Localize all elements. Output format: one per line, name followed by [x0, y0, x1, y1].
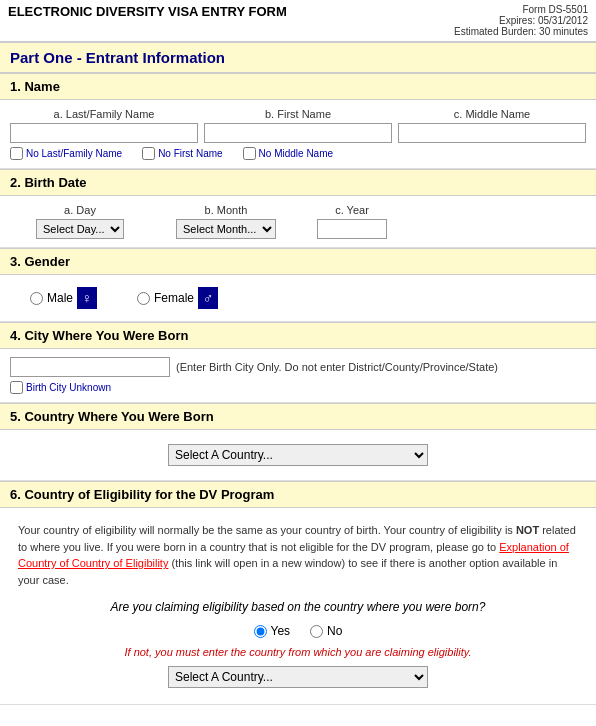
birth-city-note: (Enter Birth City Only. Do not enter Dis…	[176, 361, 498, 373]
no-first-checkbox-label[interactable]: No First Name	[142, 147, 222, 160]
birth-date-row: a. Day Select Day... b. Month Select Mon…	[10, 204, 586, 239]
gender-row: Male ♀ Female ♂	[10, 283, 586, 313]
page-title: ELECTRONIC DIVERSITY VISA ENTRY FORM	[8, 4, 287, 19]
birth-city-row: (Enter Birth City Only. Do not enter Dis…	[10, 357, 586, 377]
first-name-input[interactable]	[204, 123, 392, 143]
birth-city-unknown-checkbox[interactable]	[10, 381, 23, 394]
no-middle-checkbox-label[interactable]: No Middle Name	[243, 147, 333, 160]
middle-name-label: c. Middle Name	[454, 108, 530, 120]
month-label: b. Month	[205, 204, 248, 216]
eligibility-question: Are you claiming eligibility based on th…	[10, 594, 586, 620]
expiry: Expires: 05/31/2012	[454, 15, 588, 26]
name-row: a. Last/Family Name b. First Name c. Mid…	[10, 108, 586, 143]
section3-label: 3. Gender	[0, 248, 596, 275]
middle-name-col: c. Middle Name	[398, 108, 586, 143]
part-one-header: Part One - Entrant Information	[0, 42, 596, 73]
day-select[interactable]: Select Day...	[36, 219, 124, 239]
day-col: a. Day Select Day...	[20, 204, 140, 239]
section2-content: a. Day Select Day... b. Month Select Mon…	[0, 196, 596, 248]
year-label: c. Year	[335, 204, 369, 216]
birth-city-unknown-label[interactable]: Birth City Unknown	[10, 381, 586, 394]
no-first-checkbox[interactable]	[142, 147, 155, 160]
form-info: Form DS-5501 Expires: 05/31/2012 Estimat…	[454, 4, 588, 37]
yes-no-row: Yes No	[10, 620, 586, 642]
female-icon: ♂	[198, 287, 218, 309]
day-label: a. Day	[64, 204, 96, 216]
section4-content: (Enter Birth City Only. Do not enter Dis…	[0, 349, 596, 403]
first-name-col: b. First Name	[204, 108, 392, 143]
section5-label: 5. Country Where You Were Born	[0, 403, 596, 430]
section3-content: Male ♀ Female ♂	[0, 275, 596, 322]
section6-content: Your country of eligibility will normall…	[0, 508, 596, 705]
year-input[interactable]	[317, 219, 387, 239]
last-name-col: a. Last/Family Name	[10, 108, 198, 143]
last-name-label: a. Last/Family Name	[54, 108, 155, 120]
name-checkboxes: No Last/Family Name No First Name No Mid…	[10, 147, 586, 160]
no-last-checkbox-label[interactable]: No Last/Family Name	[10, 147, 122, 160]
month-select[interactable]: Select Month...	[176, 219, 276, 239]
yes-radio[interactable]	[254, 625, 267, 638]
page-header: ELECTRONIC DIVERSITY VISA ENTRY FORM For…	[0, 0, 596, 42]
section5-content: Select A Country...	[0, 430, 596, 481]
male-label: Male	[47, 291, 73, 305]
section1-content: a. Last/Family Name b. First Name c. Mid…	[0, 100, 596, 169]
born-country-wrap: Select A Country...	[10, 438, 586, 472]
male-option: Male ♀	[30, 287, 97, 309]
no-radio[interactable]	[310, 625, 323, 638]
no-last-checkbox[interactable]	[10, 147, 23, 160]
born-country-select[interactable]: Select A Country...	[168, 444, 428, 466]
section6-label: 6. Country of Eligibility for the DV Pro…	[0, 481, 596, 508]
birth-city-input[interactable]	[10, 357, 170, 377]
burden: Estimated Burden: 30 minutes	[454, 26, 588, 37]
no-middle-checkbox[interactable]	[243, 147, 256, 160]
female-option: Female ♂	[137, 287, 218, 309]
male-radio[interactable]	[30, 292, 43, 305]
not-text: NOT	[516, 524, 539, 536]
female-radio[interactable]	[137, 292, 150, 305]
year-col: c. Year	[312, 204, 392, 239]
section1-label: 1. Name	[0, 73, 596, 100]
not-row: If not, you must enter the country from …	[10, 642, 586, 662]
last-name-input[interactable]	[10, 123, 198, 143]
middle-name-input[interactable]	[398, 123, 586, 143]
eligibility-country-select[interactable]: Select A Country...	[168, 666, 428, 688]
yes-label[interactable]: Yes	[254, 624, 291, 638]
male-icon: ♀	[77, 287, 97, 309]
section2-label: 2. Birth Date	[0, 169, 596, 196]
section4-label: 4. City Where You Were Born	[0, 322, 596, 349]
no-label[interactable]: No	[310, 624, 342, 638]
form-number: Form DS-5501	[454, 4, 588, 15]
eligibility-text: Your country of eligibility will normall…	[10, 516, 586, 594]
first-name-label: b. First Name	[265, 108, 331, 120]
month-col: b. Month Select Month...	[146, 204, 306, 239]
female-label: Female	[154, 291, 194, 305]
eligibility-country-wrap: Select A Country...	[10, 662, 586, 696]
